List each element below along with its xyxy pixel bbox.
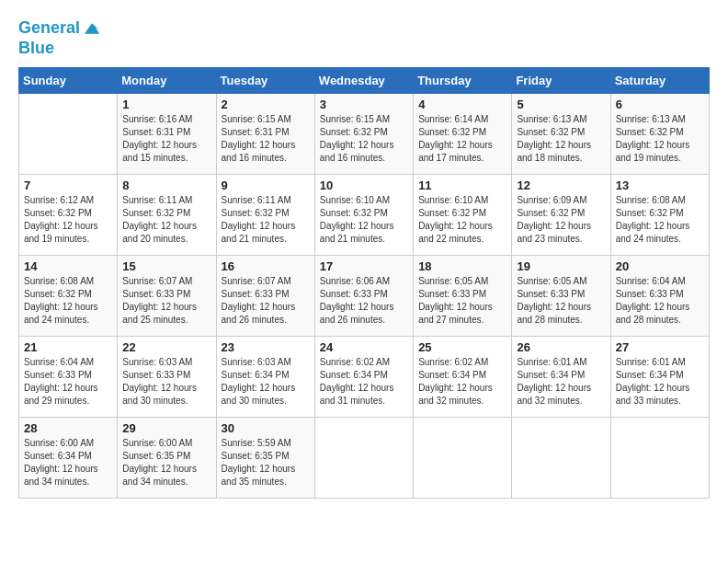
sunrise-text: Sunrise: 6:02 AM: [418, 357, 488, 367]
calendar-cell: 30 Sunrise: 5:59 AM Sunset: 6:35 PM Dayl…: [216, 418, 314, 499]
day-number: 27: [616, 340, 704, 354]
day-info: Sunrise: 6:05 AM Sunset: 6:33 PM Dayligh…: [517, 275, 605, 327]
day-number: 24: [320, 340, 408, 354]
sunrise-text: Sunrise: 6:10 AM: [320, 195, 390, 205]
daylight-text: Daylight: 12 hours and 19 minutes.: [616, 140, 690, 163]
column-header-thursday: Thursday: [414, 68, 512, 94]
calendar-cell: 28 Sunrise: 6:00 AM Sunset: 6:34 PM Dayl…: [19, 418, 118, 499]
day-number: 20: [616, 259, 704, 273]
day-number: 6: [616, 98, 704, 111]
daylight-text: Daylight: 12 hours and 35 minutes.: [222, 464, 296, 487]
sunset-text: Sunset: 6:32 PM: [320, 208, 388, 218]
sunset-text: Sunset: 6:32 PM: [517, 208, 585, 218]
calendar-cell: [610, 418, 709, 499]
sunset-text: Sunset: 6:35 PM: [222, 451, 290, 461]
daylight-text: Daylight: 12 hours and 31 minutes.: [320, 383, 394, 406]
sunset-text: Sunset: 6:33 PM: [418, 289, 486, 299]
sunrise-text: Sunrise: 6:08 AM: [24, 276, 94, 286]
day-number: 18: [418, 259, 506, 273]
sunset-text: Sunset: 6:34 PM: [517, 370, 585, 380]
sunrise-text: Sunrise: 6:07 AM: [122, 276, 192, 286]
calendar-cell: 2 Sunrise: 6:15 AM Sunset: 6:31 PM Dayli…: [216, 94, 314, 175]
daylight-text: Daylight: 12 hours and 21 minutes.: [320, 221, 394, 244]
day-info: Sunrise: 6:09 AM Sunset: 6:32 PM Dayligh…: [517, 194, 605, 246]
day-number: 13: [616, 178, 704, 192]
day-number: 23: [222, 340, 310, 354]
calendar-cell: 3 Sunrise: 6:15 AM Sunset: 6:32 PM Dayli…: [314, 94, 413, 175]
day-number: 7: [24, 178, 112, 192]
calendar-week-row: 1 Sunrise: 6:16 AM Sunset: 6:31 PM Dayli…: [19, 94, 710, 175]
day-info: Sunrise: 6:12 AM Sunset: 6:32 PM Dayligh…: [24, 194, 112, 246]
logo: General Blue: [18, 18, 102, 58]
day-info: Sunrise: 6:01 AM Sunset: 6:34 PM Dayligh…: [616, 356, 704, 408]
daylight-text: Daylight: 12 hours and 26 minutes.: [222, 302, 296, 325]
daylight-text: Daylight: 12 hours and 28 minutes.: [616, 302, 690, 325]
daylight-text: Daylight: 12 hours and 27 minutes.: [418, 302, 493, 325]
calendar-week-row: 14 Sunrise: 6:08 AM Sunset: 6:32 PM Dayl…: [19, 256, 710, 337]
sunset-text: Sunset: 6:33 PM: [24, 370, 92, 380]
calendar-cell: 13 Sunrise: 6:08 AM Sunset: 6:32 PM Dayl…: [610, 175, 709, 256]
daylight-text: Daylight: 12 hours and 33 minutes.: [616, 383, 690, 406]
daylight-text: Daylight: 12 hours and 32 minutes.: [517, 383, 591, 406]
sunrise-text: Sunrise: 6:15 AM: [320, 114, 390, 124]
sunrise-text: Sunrise: 6:03 AM: [222, 357, 291, 367]
column-header-saturday: Saturday: [610, 68, 709, 94]
sunrise-text: Sunrise: 6:00 AM: [24, 438, 94, 448]
calendar-cell: 10 Sunrise: 6:10 AM Sunset: 6:32 PM Dayl…: [314, 175, 413, 256]
daylight-text: Daylight: 12 hours and 28 minutes.: [517, 302, 591, 325]
calendar-table: SundayMondayTuesdayWednesdayThursdayFrid…: [18, 67, 710, 499]
calendar-cell: 20 Sunrise: 6:04 AM Sunset: 6:33 PM Dayl…: [610, 256, 709, 337]
day-number: 12: [517, 178, 605, 192]
day-info: Sunrise: 6:11 AM Sunset: 6:32 PM Dayligh…: [122, 194, 210, 246]
daylight-text: Daylight: 12 hours and 34 minutes.: [24, 464, 98, 487]
day-info: Sunrise: 6:05 AM Sunset: 6:33 PM Dayligh…: [418, 275, 506, 327]
day-info: Sunrise: 6:07 AM Sunset: 6:33 PM Dayligh…: [122, 275, 210, 327]
sunrise-text: Sunrise: 5:59 AM: [222, 438, 291, 448]
sunset-text: Sunset: 6:34 PM: [418, 370, 486, 380]
sunrise-text: Sunrise: 6:13 AM: [616, 114, 686, 124]
day-info: Sunrise: 6:10 AM Sunset: 6:32 PM Dayligh…: [320, 194, 408, 246]
day-info: Sunrise: 6:07 AM Sunset: 6:33 PM Dayligh…: [222, 275, 310, 327]
day-info: Sunrise: 6:03 AM Sunset: 6:33 PM Dayligh…: [122, 356, 210, 408]
sunrise-text: Sunrise: 6:04 AM: [24, 357, 94, 367]
day-info: Sunrise: 6:04 AM Sunset: 6:33 PM Dayligh…: [24, 356, 112, 408]
sunset-text: Sunset: 6:34 PM: [24, 451, 92, 461]
daylight-text: Daylight: 12 hours and 30 minutes.: [122, 383, 197, 406]
calendar-cell: 15 Sunrise: 6:07 AM Sunset: 6:33 PM Dayl…: [118, 256, 216, 337]
sunrise-text: Sunrise: 6:02 AM: [320, 357, 390, 367]
sunrise-text: Sunrise: 6:04 AM: [616, 276, 686, 286]
calendar-cell: [414, 418, 512, 499]
calendar-cell: 21 Sunrise: 6:04 AM Sunset: 6:33 PM Dayl…: [19, 337, 118, 418]
logo-icon: [82, 18, 102, 39]
daylight-text: Daylight: 12 hours and 17 minutes.: [418, 140, 493, 163]
day-number: 15: [122, 259, 210, 273]
calendar-cell: 29 Sunrise: 6:00 AM Sunset: 6:35 PM Dayl…: [118, 418, 216, 499]
daylight-text: Daylight: 12 hours and 30 minutes.: [222, 383, 296, 406]
sunrise-text: Sunrise: 6:13 AM: [517, 114, 586, 124]
sunrise-text: Sunrise: 6:06 AM: [320, 276, 390, 286]
sunset-text: Sunset: 6:33 PM: [320, 289, 388, 299]
page-header: General Blue: [18, 18, 710, 58]
day-number: 30: [222, 421, 310, 435]
day-info: Sunrise: 6:14 AM Sunset: 6:32 PM Dayligh…: [418, 113, 506, 165]
sunset-text: Sunset: 6:32 PM: [616, 127, 684, 137]
calendar-cell: 27 Sunrise: 6:01 AM Sunset: 6:34 PM Dayl…: [610, 337, 709, 418]
day-number: 21: [24, 340, 112, 354]
calendar-cell: 16 Sunrise: 6:07 AM Sunset: 6:33 PM Dayl…: [216, 256, 314, 337]
day-number: 22: [122, 340, 210, 354]
sunrise-text: Sunrise: 6:03 AM: [122, 357, 192, 367]
calendar-cell: 5 Sunrise: 6:13 AM Sunset: 6:32 PM Dayli…: [512, 94, 610, 175]
day-number: 29: [122, 421, 210, 435]
sunset-text: Sunset: 6:32 PM: [616, 208, 684, 218]
day-number: 16: [222, 259, 310, 273]
sunset-text: Sunset: 6:32 PM: [418, 127, 486, 137]
sunset-text: Sunset: 6:33 PM: [222, 289, 290, 299]
sunset-text: Sunset: 6:33 PM: [517, 289, 585, 299]
calendar-cell: 24 Sunrise: 6:02 AM Sunset: 6:34 PM Dayl…: [314, 337, 413, 418]
daylight-text: Daylight: 12 hours and 18 minutes.: [517, 140, 591, 163]
daylight-text: Daylight: 12 hours and 32 minutes.: [418, 383, 493, 406]
sunrise-text: Sunrise: 6:05 AM: [517, 276, 586, 286]
calendar-cell: 14 Sunrise: 6:08 AM Sunset: 6:32 PM Dayl…: [19, 256, 118, 337]
day-info: Sunrise: 6:15 AM Sunset: 6:31 PM Dayligh…: [222, 113, 310, 165]
day-info: Sunrise: 6:00 AM Sunset: 6:35 PM Dayligh…: [122, 437, 210, 488]
